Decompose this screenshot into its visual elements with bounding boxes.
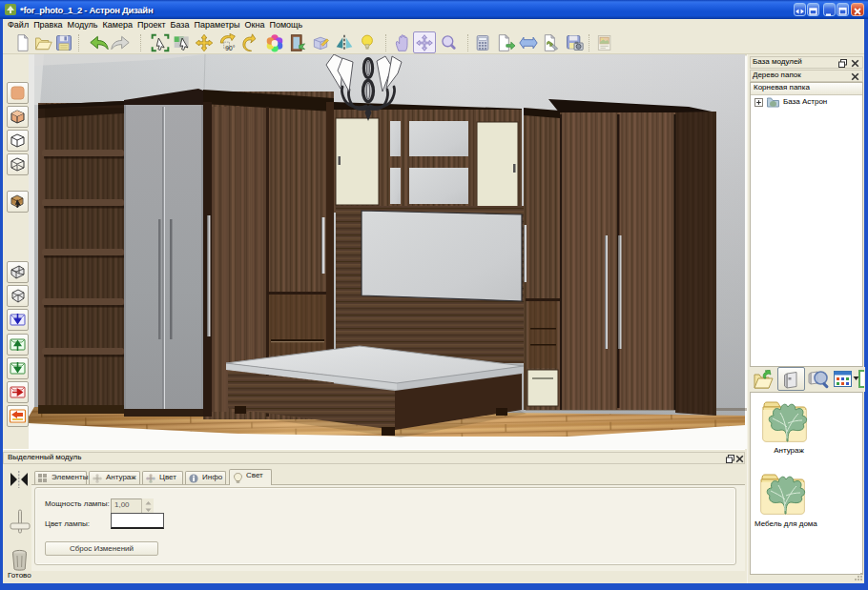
svg-text:90°: 90° [225,45,235,51]
